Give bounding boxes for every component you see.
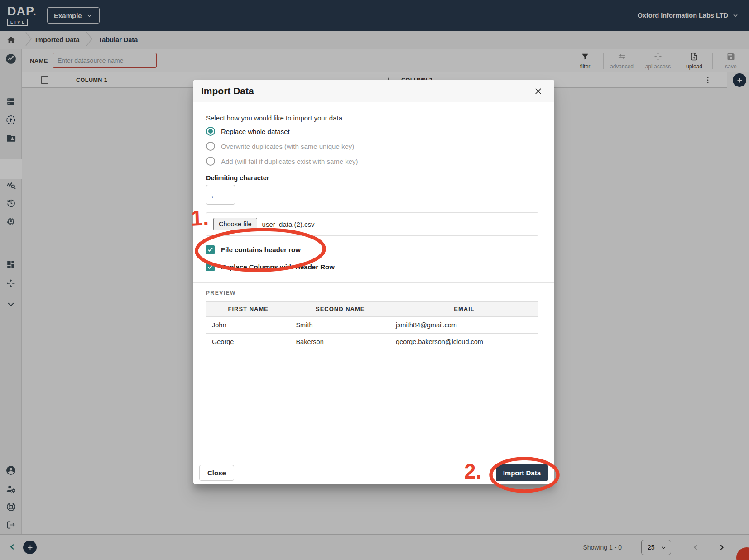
section-divider [193,282,554,283]
delimiter-input[interactable]: , [206,185,235,205]
preview-col-first-name: FIRST NAME [206,302,290,317]
radio-replace-whole-dataset[interactable]: Replace whole dataset [206,126,538,137]
radio-selected-icon [206,127,215,136]
import-data-button[interactable]: Import Data [496,464,548,481]
radio-unselected-icon [206,157,215,166]
radio-unselected-icon [206,142,215,151]
table-row: John Smith jsmith84@gmail.com [206,317,538,334]
cell-first-name: John [206,317,290,334]
preview-label: PREVIEW [206,290,538,296]
checkbox-checked-icon [206,245,215,254]
cell-first-name: George [206,334,290,350]
app-screen: DAP. LIVE Example Oxford Information Lab… [0,0,749,560]
file-input-box: Choose file user_data (2).csv [206,212,538,236]
cell-email: jsmith84@gmail.com [390,317,538,334]
choose-file-button[interactable]: Choose file [213,218,257,230]
selected-filename: user_data (2).csv [262,220,315,228]
radio-add[interactable]: Add (will fail if duplicates exist with … [206,156,538,167]
checkbox-checked-icon [206,263,215,271]
cell-second-name: Bakerson [290,334,390,350]
preview-header-row: FIRST NAME SECOND NAME EMAIL [206,302,538,317]
modal-body: Select how you would like to import your… [193,102,554,350]
radio-overwrite-duplicates[interactable]: Overwrite duplicates (with same unique k… [206,141,538,152]
cell-second-name: Smith [290,317,390,334]
modal-header: Import Data [193,80,554,102]
checkbox-file-contains-header-row[interactable]: File contains header row [206,245,538,254]
modal-title: Import Data [201,86,533,96]
preview-table: FIRST NAME SECOND NAME EMAIL John Smith … [206,301,538,350]
import-data-modal: Import Data Select how you would like to… [193,80,554,484]
delimiter-label: Delimiting character [206,174,538,182]
preview-col-second-name: SECOND NAME [290,302,390,317]
table-row: George Bakerson george.bakerson@icloud.c… [206,334,538,350]
preview-col-email: EMAIL [390,302,538,317]
close-icon[interactable] [533,86,543,96]
checkbox-replace-columns-with-header-row[interactable]: Replace Columns with Header Row [206,263,538,271]
close-button[interactable]: Close [199,465,234,481]
modal-footer: Close Import Data [199,464,548,481]
cell-email: george.bakerson@icloud.com [390,334,538,350]
import-mode-intro: Select how you would like to import your… [206,114,538,122]
